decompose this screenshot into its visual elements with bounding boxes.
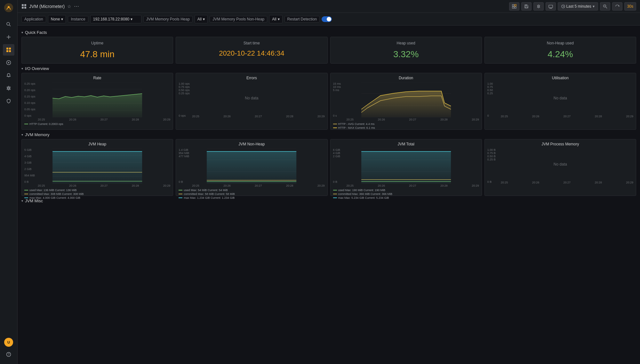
quick-facts-title: Quick Facts — [25, 30, 47, 35]
restart-toggle[interactable] — [322, 16, 332, 22]
dashboard-content: Quick Facts Uptime 47.8 min Start time 2… — [18, 26, 640, 364]
svg-point-12 — [8, 88, 10, 89]
jvm-memory-header[interactable]: JVM Memory — [21, 132, 636, 137]
heap-value: All — [197, 17, 202, 21]
rate-y-axis: 0.25 ops0.20 ops0.15 ops0.10 ops0.05 ops… — [24, 82, 39, 117]
refresh-interval-badge[interactable]: 30s — [624, 2, 636, 11]
start-time-label: Start time — [180, 41, 323, 45]
jvm-heap-svg — [24, 148, 170, 183]
application-select[interactable]: None ▾ — [48, 15, 66, 23]
nonheap-label: JVM Memory Pools Non-Heap — [210, 16, 267, 22]
uptime-label: Uptime — [26, 41, 169, 45]
refresh-btn[interactable] — [612, 2, 622, 11]
jvm-nonheap-panel: JVM Non-Heap 1.4 GiB954 MiB477 MiB0 B — [176, 139, 327, 196]
jvm-nonheap-svg — [179, 148, 324, 183]
heap-select[interactable]: All ▾ — [195, 15, 208, 23]
jvm-total-svg — [333, 148, 479, 183]
instance-value: 192.168.178.22:8080 — [93, 17, 129, 21]
topbar-actions: Last 5 minutes ▾ 30s — [509, 2, 636, 11]
svg-text:?: ? — [8, 353, 10, 356]
jvm-heap-area: 5 GiB4 GiB3 GiB2 GiB954 MiB0 B — [24, 148, 170, 193]
zoom-out-btn[interactable] — [600, 2, 610, 11]
jvm-process-no-data: No data — [487, 148, 633, 180]
panel-icon-btn[interactable] — [509, 2, 519, 11]
chevron-down-icon: ▾ — [61, 17, 63, 21]
jvm-total-area: 6 GiB4 GiB2 GiB0 B — [333, 148, 479, 193]
restart-label: Restart Detection — [284, 16, 320, 22]
errors-no-data: No data — [179, 82, 324, 114]
dashboard-title: JVM (Micrometer) — [29, 4, 65, 9]
svg-marker-47 — [361, 91, 451, 117]
io-overview-header[interactable]: I/O Overview — [21, 66, 636, 71]
utilisation-chart-panel: Utilisation 1.000.750.500.250 No data 20… — [484, 73, 636, 130]
jvm-total-title: JVM Total — [333, 142, 479, 146]
utilisation-y-axis: 1.000.750.500.250 — [487, 82, 502, 117]
nonheap-used-label: Non-Heap used — [489, 41, 632, 45]
star-icon[interactable]: ☆ — [67, 4, 71, 9]
save-btn[interactable] — [521, 2, 532, 11]
quick-facts-header[interactable]: Quick Facts — [21, 30, 636, 35]
svg-rect-21 — [512, 7, 514, 8]
svg-rect-9 — [9, 50, 11, 52]
jvm-nonheap-area: 1.4 GiB954 MiB477 MiB0 B — [179, 148, 324, 193]
jvm-total-legend: used Max: 190 MiB Current: 190 MiB commi… — [333, 189, 479, 199]
jvm-nonheap-legend: used Max: 54 MiB Current: 54 MiB committ… — [179, 189, 324, 199]
heap-used-card: Heap used 3.32% — [330, 37, 482, 64]
grid-icon[interactable] — [3, 44, 14, 56]
jvm-process-memory-panel: JVM Process Memory 1.00 B0.75 B0.50 B0.2… — [484, 139, 636, 196]
grid-small-icon — [21, 4, 27, 9]
svg-rect-7 — [9, 48, 11, 50]
application-value: None — [51, 17, 60, 21]
jvm-total-panel: JVM Total 6 GiB4 GiB2 GiB0 B — [330, 139, 482, 196]
svg-point-1 — [8, 6, 10, 8]
duration-x-axis: 20:2520:2620:2720:2820:29 — [333, 118, 479, 121]
jvm-nonheap-x-axis: 20:2520:2620:2720:2820:29 — [179, 184, 324, 187]
utilisation-x-axis: 20:2520:2620:2720:2820:29 — [487, 115, 633, 118]
svg-line-3 — [10, 25, 11, 27]
jvm-process-memory-area: 1.00 B0.75 B0.50 B0.25 B0 B No data 20:2… — [487, 148, 633, 193]
instance-select[interactable]: 192.168.178.22:8080 ▾ — [90, 15, 141, 23]
help-icon[interactable]: ? — [3, 349, 14, 360]
tv-btn[interactable] — [546, 2, 556, 11]
svg-point-2 — [7, 22, 10, 25]
jvm-heap-title: JVM Heap — [24, 142, 170, 146]
heap-used-label: Heap used — [334, 41, 478, 45]
app-logo[interactable] — [4, 3, 14, 13]
instance-label: Instance — [68, 16, 88, 22]
utilisation-chart-area: 1.000.750.500.250 No data 20:2520:2620:2… — [487, 82, 633, 127]
svg-rect-16 — [24, 4, 26, 6]
topbar-title-area: JVM (Micrometer) ☆ ⋯ — [21, 3, 507, 9]
bell-icon[interactable] — [3, 70, 14, 81]
svg-rect-57 — [52, 151, 142, 183]
nonheap-value: All — [272, 17, 276, 21]
sidebar: U ? — [0, 0, 18, 364]
heap-used-value: 3.32% — [334, 49, 478, 59]
nonheap-select[interactable]: All ▾ — [269, 15, 282, 23]
rate-chart-panel: Rate 0.25 ops0.20 ops0.15 ops0.10 ops0.0… — [21, 73, 173, 130]
shield-icon[interactable] — [3, 95, 14, 107]
svg-rect-17 — [22, 7, 24, 9]
svg-rect-19 — [512, 4, 514, 6]
application-label: Application — [21, 16, 46, 22]
nonheap-used-value: 4.24% — [489, 49, 632, 59]
chevron-down-icon: ▾ — [203, 17, 205, 21]
svg-line-35 — [606, 7, 607, 8]
svg-rect-8 — [6, 50, 8, 52]
chevron-down-icon: ▾ — [278, 17, 280, 21]
svg-rect-73 — [361, 151, 451, 183]
share-icon[interactable]: ⋯ — [74, 3, 79, 9]
time-range-label: Last 5 minutes — [566, 4, 591, 9]
jvm-total-x-axis: 20:2520:2620:2720:2820:29 — [333, 184, 479, 187]
jvm-heap-y-axis: 5 GiB4 GiB3 GiB2 GiB954 MiB0 B — [24, 148, 39, 183]
errors-x-axis: 20:2520:2620:2720:2820:29 — [179, 115, 324, 118]
compass-icon[interactable] — [3, 57, 14, 68]
search-icon[interactable] — [3, 19, 14, 30]
gear-icon[interactable] — [3, 82, 14, 94]
jvm-nonheap-y-axis: 1.4 GiB954 MiB477 MiB0 B — [179, 148, 193, 183]
duration-chart-panel: Duration 15 ms10 ms5 ms0 s — [330, 73, 482, 130]
settings-btn[interactable] — [533, 2, 544, 11]
time-range-btn[interactable]: Last 5 minutes ▾ — [558, 2, 598, 11]
plus-icon[interactable] — [3, 31, 14, 43]
user-avatar[interactable]: U — [4, 338, 13, 347]
svg-rect-24 — [525, 5, 527, 6]
